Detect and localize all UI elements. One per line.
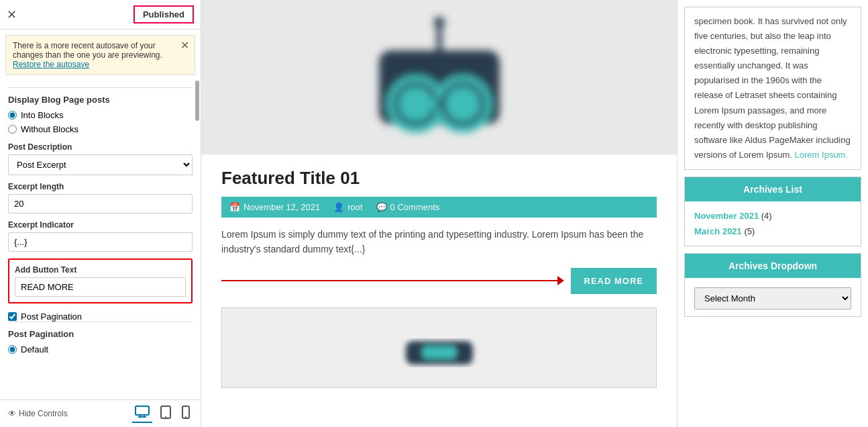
article-title: Featured Title 01 xyxy=(221,168,657,189)
archives-list-body: November 2021 (4) March 2021 (5) xyxy=(685,201,861,246)
archives-list-header: Archives List xyxy=(685,177,861,201)
display-radio-group: Into Blocks Without Blocks xyxy=(8,110,193,134)
excerpt-indicator-label: Excerpt Indicator xyxy=(8,220,193,230)
eye-icon: 👁 xyxy=(8,409,16,418)
article-excerpt: Lorem Ipsum is simply dummy text of the … xyxy=(221,227,657,257)
second-article-preview xyxy=(221,307,657,388)
hide-controls-button[interactable]: 👁 Hide Controls xyxy=(8,409,68,418)
svg-rect-17 xyxy=(423,346,456,359)
article-author: root xyxy=(347,202,362,212)
radio-without-blocks-item[interactable]: Without Blocks xyxy=(8,124,193,134)
radio-default-label: Default xyxy=(21,344,48,354)
archive-nov-count: (4) xyxy=(761,211,772,221)
mobile-view-button[interactable] xyxy=(179,404,193,423)
archives-list-widget: Archives List November 2021 (4) March 20… xyxy=(684,177,861,246)
pagination-radio-group: Default xyxy=(8,344,193,354)
archives-dropdown-widget: Archives Dropdown Select Month November … xyxy=(684,253,861,317)
svg-point-5 xyxy=(165,416,166,418)
archive-item-mar: March 2021 (5) xyxy=(694,224,851,239)
svg-rect-14 xyxy=(437,23,442,53)
archive-item-nov: November 2021 (4) xyxy=(694,208,851,224)
section-post-pagination: Post Pagination xyxy=(8,322,193,339)
archives-dropdown-select[interactable]: Select Month November 2021 March 2021 xyxy=(694,287,851,310)
meta-comments: 💬 0 Comments xyxy=(376,202,440,212)
svg-rect-13 xyxy=(438,99,442,109)
calendar-icon: 📅 xyxy=(229,202,240,212)
section-display-blog: Display Blog Page posts xyxy=(8,87,193,105)
left-panel: ✕ Published There is a more recent autos… xyxy=(0,0,201,427)
radio-into-blocks-label: Into Blocks xyxy=(21,110,64,120)
lorem-ipsum-link[interactable]: Lorem Ipsum. xyxy=(795,150,848,160)
mobile-icon xyxy=(182,410,190,421)
post-description-select[interactable]: Post Excerpt xyxy=(8,154,193,175)
svg-point-7 xyxy=(185,416,186,418)
excerpt-length-input[interactable] xyxy=(8,194,193,214)
autosave-message: There is a more recent autosave of your … xyxy=(13,41,162,60)
radio-without-blocks-label: Without Blocks xyxy=(21,124,78,134)
archive-mar-link[interactable]: March 2021 xyxy=(694,226,742,236)
published-button[interactable]: Published xyxy=(133,5,194,23)
post-pagination-label: Post Pagination xyxy=(21,312,82,322)
excerpt-length-label: Excerpt length xyxy=(8,182,193,191)
radio-default-item[interactable]: Default xyxy=(8,344,193,354)
autosave-notice: There is a more recent autosave of your … xyxy=(5,35,195,75)
desktop-icon xyxy=(135,408,150,420)
svg-rect-0 xyxy=(135,406,149,415)
second-article-image xyxy=(386,321,493,375)
close-button[interactable]: ✕ xyxy=(7,7,17,22)
read-more-container: READ MORE xyxy=(221,268,657,294)
article-date: November 12, 2021 xyxy=(243,202,320,212)
user-icon: 👤 xyxy=(333,202,344,212)
arrow-container xyxy=(221,276,564,285)
sidebar-lorem-text: specimen book. It has survived not only … xyxy=(684,7,861,170)
radio-default[interactable] xyxy=(8,345,17,354)
svg-point-10 xyxy=(398,87,433,122)
meta-date: 📅 November 12, 2021 xyxy=(229,202,320,212)
comment-icon: 💬 xyxy=(376,202,387,212)
article-content: Featured Title 01 📅 November 12, 2021 👤 … xyxy=(201,154,677,401)
center-panel: Featured Title 01 📅 November 12, 2021 👤 … xyxy=(201,0,677,427)
archives-dropdown-body: Select Month November 2021 March 2021 xyxy=(685,278,861,316)
article-comments: 0 Comments xyxy=(390,202,440,212)
excerpt-indicator-input[interactable] xyxy=(8,232,193,252)
right-sidebar: specimen book. It has survived not only … xyxy=(677,0,868,427)
post-pagination-checkbox[interactable] xyxy=(8,312,17,321)
archives-dropdown-header: Archives Dropdown xyxy=(685,254,861,278)
post-pagination-row: Post Pagination xyxy=(8,312,193,322)
restore-autosave-link[interactable]: Restore the autosave xyxy=(13,60,89,69)
scroll-handle[interactable] xyxy=(195,81,199,121)
radio-into-blocks[interactable] xyxy=(8,111,17,120)
article-featured-image xyxy=(201,0,677,154)
tablet-view-button[interactable] xyxy=(158,404,174,423)
article-meta: 📅 November 12, 2021 👤 root 💬 0 Comments xyxy=(221,197,657,218)
radio-without-blocks[interactable] xyxy=(8,125,17,134)
archive-mar-count: (5) xyxy=(744,226,755,236)
hide-controls-label: Hide Controls xyxy=(19,409,68,418)
meta-author: 👤 root xyxy=(333,202,362,212)
panel-body: Display Blog Page posts Into Blocks With… xyxy=(0,81,201,399)
desktop-view-button[interactable] xyxy=(132,404,152,423)
post-description-label: Post Description xyxy=(8,142,193,152)
archive-nov-link[interactable]: November 2021 xyxy=(694,211,759,221)
bottom-bar: 👁 Hide Controls xyxy=(0,399,201,427)
radio-into-blocks-item[interactable]: Into Blocks xyxy=(8,110,193,120)
svg-point-15 xyxy=(434,17,445,28)
svg-point-12 xyxy=(445,87,480,122)
blurred-robot-image xyxy=(325,10,553,144)
add-button-section: Add Button Text xyxy=(8,258,193,303)
tablet-icon xyxy=(160,410,171,421)
add-button-text-input[interactable] xyxy=(15,277,186,297)
close-notice-button[interactable]: ✕ xyxy=(180,39,189,52)
arrow-head xyxy=(557,276,564,285)
top-bar: ✕ Published xyxy=(0,0,201,30)
arrow-line xyxy=(221,280,557,281)
read-more-button[interactable]: READ MORE xyxy=(571,268,657,294)
view-buttons xyxy=(132,404,193,423)
add-button-text-label: Add Button Text xyxy=(15,265,186,275)
